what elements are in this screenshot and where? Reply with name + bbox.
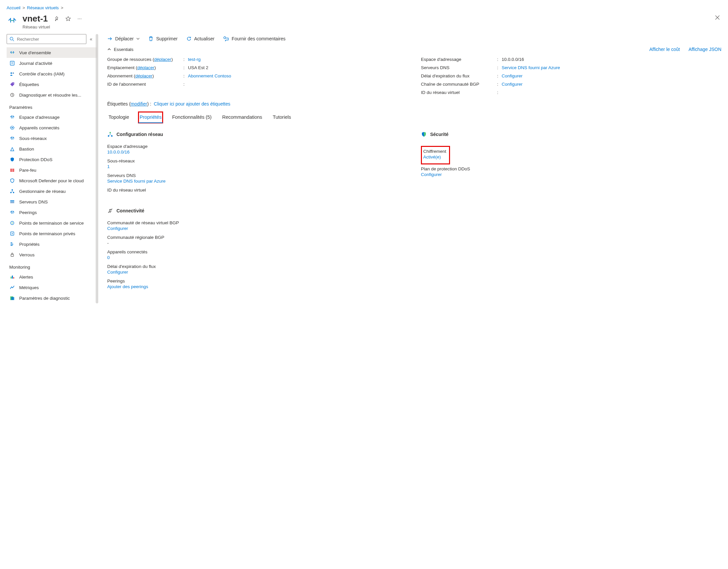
delete-label: Supprimer	[156, 36, 178, 41]
essentials-value[interactable]: Abonnement Contoso	[188, 73, 408, 78]
svg-rect-6	[10, 61, 14, 65]
property-value[interactable]: Configurer	[107, 270, 408, 277]
address-icon	[9, 114, 15, 120]
pin-icon[interactable]	[53, 15, 60, 22]
tab[interactable]: Fonctionnalités (5)	[171, 112, 213, 123]
property-value[interactable]: 0	[107, 255, 408, 263]
sidebar-search[interactable]	[7, 34, 86, 44]
show-cost-link[interactable]: Afficher le coût	[649, 47, 680, 52]
sidebar-item[interactable]: Verrous	[7, 249, 97, 260]
sidebar-item[interactable]: Journal d'activité	[7, 58, 97, 68]
favorite-icon[interactable]	[65, 15, 72, 22]
sidebar-item[interactable]: Points de terminaison privés	[7, 228, 97, 239]
property-value[interactable]: Service DNS fourni par Azure	[107, 179, 408, 186]
property-value[interactable]: Ajouter des peerings	[107, 284, 408, 292]
sidebar-item[interactable]: Espace d'adressage	[7, 112, 97, 122]
sidebar-item[interactable]: Contrôle d'accès (IAM)	[7, 68, 97, 79]
sidebar-item[interactable]: Étiquettes	[7, 79, 97, 90]
sidebar-item-label: Diagnostiquer et résoudre les...	[19, 93, 81, 98]
sidebar-item[interactable]: Vue d'ensemble	[7, 47, 97, 58]
close-button[interactable]	[713, 14, 721, 22]
property-label: Serveurs DNS	[107, 172, 408, 179]
property-value[interactable]: 1	[107, 164, 408, 172]
essentials-toggle[interactable]: Essentials	[107, 47, 133, 52]
sidebar-item[interactable]: Bastion	[7, 144, 97, 154]
tags-add-link[interactable]: Cliquer ici pour ajouter des étiquettes	[154, 101, 230, 107]
property-label: Délai d'expiration du flux	[107, 263, 408, 270]
sidebar-item-label: Gestionnaire de réseau	[19, 189, 66, 194]
svg-point-1	[12, 20, 13, 21]
tags-icon	[9, 81, 15, 87]
property-value[interactable]: 10.0.0.0/16	[107, 150, 408, 157]
sidebar-item[interactable]: Appareils connectés	[7, 122, 97, 133]
sidebar-item-label: Protection DDoS	[19, 157, 53, 162]
essentials-value[interactable]: test-rg	[188, 57, 408, 62]
sidebar-item[interactable]: Sous-réseaux	[7, 133, 97, 144]
sidebar-scrollbar[interactable]	[96, 34, 98, 303]
iam-icon	[9, 71, 15, 77]
property-value[interactable]: Configurer	[107, 226, 408, 234]
sidebar-item-label: Verrous	[19, 252, 35, 257]
sidebar-item[interactable]: Points de terminaison de service	[7, 218, 97, 228]
sidebar-item-label: Appareils connectés	[19, 125, 60, 130]
tags-edit-link[interactable]: modifier	[131, 101, 147, 107]
refresh-button[interactable]: Actualiser	[186, 36, 214, 41]
sidebar-item[interactable]: Peerings	[7, 207, 97, 218]
property-label: Sous-réseaux	[107, 157, 408, 164]
sidebar-item[interactable]: Gestionnaire de réseau	[7, 186, 97, 197]
move-icon	[107, 36, 113, 41]
connectivity-title: Connectivité	[116, 208, 144, 213]
sidebar-item[interactable]: Paramètres de diagnostic	[7, 293, 97, 303]
sidebar-item[interactable]: Propriétés	[7, 239, 97, 249]
essentials-row: Serveurs DNS:Service DNS fourni par Azur…	[421, 64, 721, 72]
sidebar-item[interactable]: Serveurs DNS	[7, 197, 97, 207]
sidebar-item[interactable]: Diagnostiquer et résoudre les...	[7, 90, 97, 100]
tags-label: Étiquettes (	[107, 101, 131, 107]
move-label: Déplacer	[115, 36, 134, 41]
essentials-label: Abonnement (déplacer)	[107, 73, 183, 78]
essentials-value[interactable]: Service DNS fourni par Azure	[502, 65, 721, 70]
feedback-button[interactable]: Fournir des commentaires	[223, 36, 286, 41]
tab[interactable]: Topologie	[107, 112, 130, 123]
essentials-move-link[interactable]: déplacer	[137, 65, 155, 70]
svg-point-41	[110, 132, 111, 133]
sidebar-item-label: Propriétés	[19, 242, 40, 247]
json-view-link[interactable]: Affichage JSON	[689, 47, 721, 52]
tab[interactable]: Tutoriels	[271, 112, 292, 123]
essentials-colon: :	[497, 65, 502, 70]
svg-point-3	[10, 37, 13, 40]
network-icon	[107, 131, 113, 137]
more-icon[interactable]: ⋯	[76, 15, 84, 22]
subnets-icon	[9, 135, 15, 141]
property-label: Communauté régionale BGP	[107, 234, 408, 241]
sidebar-item[interactable]: Alertes	[7, 272, 97, 282]
sidebar-item[interactable]: Microsoft Defender pour le cloud	[7, 175, 97, 186]
sidebar-item[interactable]: Métriques	[7, 282, 97, 293]
sidebar-search-input[interactable]	[16, 36, 83, 42]
connectivity-heading: Connectivité	[107, 208, 408, 214]
svg-point-9	[11, 72, 12, 74]
essentials-value[interactable]: Configurer	[502, 73, 721, 78]
locks-icon	[9, 252, 15, 258]
sidebar-item-label: Paramètres de diagnostic	[19, 296, 70, 301]
essentials-value[interactable]: Configurer	[502, 82, 721, 87]
netmgr-icon	[9, 188, 15, 194]
sidebar-collapse-icon[interactable]: «	[90, 36, 92, 42]
ddos-plan-value-link[interactable]: Configurer	[421, 172, 442, 177]
essentials-move-link[interactable]: déplacer	[154, 57, 171, 62]
delete-button[interactable]: Supprimer	[148, 36, 178, 41]
devices-icon	[9, 125, 15, 131]
essentials-label: Emplacement (déplacer)	[107, 65, 183, 70]
sidebar-item[interactable]: Protection DDoS	[7, 154, 97, 165]
essentials-move-link[interactable]: déplacer	[135, 73, 153, 78]
encryption-value-link[interactable]: Activé(e)	[423, 154, 441, 159]
breadcrumb-vnets[interactable]: Réseaux virtuels	[27, 5, 59, 10]
breadcrumb-home[interactable]: Accueil	[7, 5, 21, 10]
sidebar-nav: Vue d'ensembleJournal d'activitéContrôle…	[7, 47, 97, 303]
breadcrumb: Accueil > Réseaux virtuels >	[7, 3, 721, 14]
move-button[interactable]: Déplacer	[107, 36, 140, 41]
tab[interactable]: Recommandations	[221, 112, 263, 123]
sidebar-item[interactable]: Pare-feu	[7, 165, 97, 175]
sidebar-item-label: Espace d'adressage	[19, 115, 60, 120]
tab[interactable]: Propriétés	[138, 112, 163, 123]
